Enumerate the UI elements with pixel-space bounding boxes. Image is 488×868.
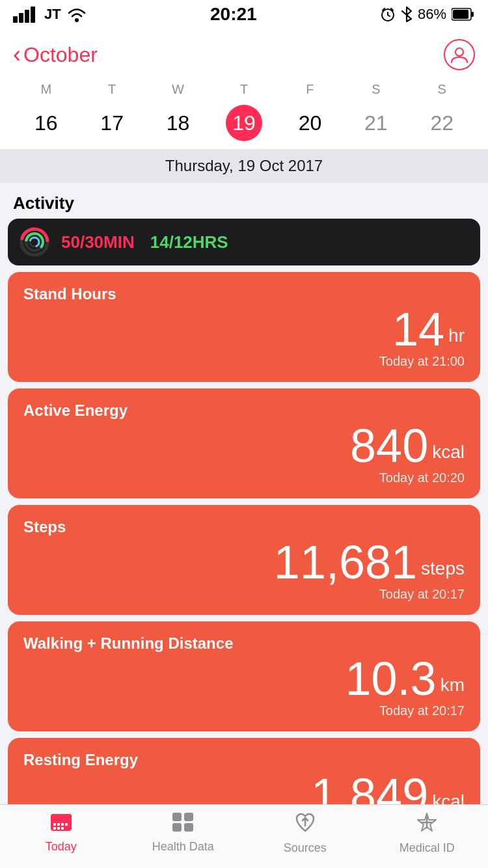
tab-health-data-label: Health Data — [152, 840, 214, 854]
svg-rect-1 — [19, 13, 23, 23]
battery-label: 86% — [418, 6, 446, 23]
day-header-tue: T — [79, 79, 144, 100]
svg-rect-23 — [53, 827, 56, 830]
walking-running-title: Walking + Running Distance — [23, 634, 465, 653]
day-header-wed: W — [145, 79, 211, 100]
activity-stand-stat: 14/12HRS — [150, 232, 228, 252]
status-left: JT — [13, 6, 87, 23]
month-nav: ‹ October — [13, 35, 475, 77]
svg-rect-26 — [172, 813, 182, 821]
day-header-mon: M — [13, 79, 79, 100]
steps-time: Today at 20:17 — [274, 587, 465, 602]
stand-hours-value: 14 — [392, 306, 444, 353]
date-label: Thursday, 19 Oct 2017 — [0, 149, 488, 183]
signal-icon — [13, 6, 39, 23]
today-icon — [49, 811, 73, 837]
walking-running-card[interactable]: Walking + Running Distance 10.3 km Today… — [8, 621, 480, 731]
today-calendar-icon — [49, 811, 73, 832]
steps-value: 11,681 — [274, 539, 417, 586]
sources-icon — [294, 811, 316, 839]
svg-rect-0 — [13, 16, 18, 23]
active-energy-value-row: 840 kcal Today at 20:20 — [23, 422, 465, 485]
calendar-header: ‹ October M T W T F S S 16 17 18 19 20 2… — [0, 29, 488, 149]
day-header-sat: S — [343, 79, 409, 100]
steps-value-row: 11,681 steps Today at 20:17 — [23, 539, 465, 602]
svg-rect-28 — [172, 823, 182, 832]
svg-rect-29 — [184, 823, 193, 832]
active-energy-time: Today at 20:20 — [350, 470, 465, 485]
day-16[interactable]: 16 — [13, 105, 79, 141]
day-header-fri: F — [277, 79, 343, 100]
active-energy-card[interactable]: Active Energy 840 kcal Today at 20:20 — [8, 388, 480, 498]
tab-bar: Today Health Data Sources — [0, 804, 488, 868]
svg-rect-27 — [184, 813, 193, 821]
svg-rect-18 — [51, 818, 72, 822]
sources-heart-arrow-icon — [294, 811, 316, 834]
profile-icon — [450, 46, 468, 64]
day-numbers: 16 17 18 19 20 21 22 — [13, 102, 475, 149]
svg-rect-8 — [453, 10, 468, 19]
svg-rect-22 — [65, 823, 68, 826]
day-19-selected[interactable]: 19 — [211, 105, 277, 141]
medical-id-star-icon — [416, 811, 438, 834]
svg-rect-20 — [57, 823, 60, 826]
day-17[interactable]: 17 — [79, 105, 144, 141]
activity-section-label: Activity — [0, 183, 488, 219]
svg-rect-3 — [31, 7, 35, 23]
month-back-label: October — [23, 43, 98, 67]
day-18[interactable]: 18 — [145, 105, 211, 141]
profile-button[interactable] — [444, 39, 475, 70]
steps-unit: steps — [421, 558, 465, 579]
stand-hours-value-row: 14 hr Today at 21:00 — [23, 306, 465, 369]
status-bar: JT 20:21 86% — [0, 0, 488, 29]
active-energy-value: 840 — [350, 422, 428, 469]
svg-rect-2 — [25, 10, 29, 23]
wifi-icon — [66, 6, 87, 23]
battery-icon — [452, 7, 475, 21]
svg-point-4 — [75, 18, 79, 22]
walking-running-value-row: 10.3 km Today at 20:17 — [23, 655, 465, 718]
alarm-icon — [380, 7, 396, 22]
carrier-label: JT — [44, 6, 61, 23]
activity-stats: 50/30MIN 14/12HRS — [61, 232, 228, 252]
back-button[interactable]: ‹ October — [13, 41, 98, 68]
bluetooth-icon — [401, 6, 413, 23]
day-header-sun: S — [409, 79, 475, 100]
active-energy-unit: kcal — [432, 442, 465, 463]
tab-today-label: Today — [46, 840, 77, 854]
resting-energy-title: Resting Energy — [23, 751, 465, 769]
tab-sources-label: Sources — [284, 841, 327, 855]
tab-sources[interactable]: Sources — [244, 811, 366, 855]
walking-running-unit: km — [441, 675, 465, 696]
status-time: 20:21 — [210, 4, 257, 25]
chevron-left-icon: ‹ — [13, 41, 21, 68]
medical-id-icon — [416, 811, 438, 839]
tab-medical-id-label: Medical ID — [400, 841, 455, 855]
health-data-icon — [171, 811, 195, 837]
activity-ring-icon — [18, 226, 51, 258]
day-22[interactable]: 22 — [409, 105, 475, 141]
tab-medical-id[interactable]: Medical ID — [366, 811, 489, 855]
svg-rect-7 — [471, 12, 474, 17]
stand-hours-unit: hr — [448, 325, 465, 346]
walking-running-value: 10.3 — [346, 655, 437, 702]
tab-today[interactable]: Today — [0, 811, 122, 854]
health-data-grid-icon — [171, 811, 195, 832]
tab-health-data[interactable]: Health Data — [122, 811, 245, 854]
svg-point-9 — [455, 48, 463, 56]
day-headers: M T W T F S S — [13, 77, 475, 102]
day-21[interactable]: 21 — [343, 105, 409, 141]
status-right: 86% — [380, 6, 475, 23]
steps-card[interactable]: Steps 11,681 steps Today at 20:17 — [8, 505, 480, 615]
walking-running-time: Today at 20:17 — [346, 703, 465, 718]
svg-rect-19 — [53, 823, 56, 826]
day-header-thu: T — [211, 79, 277, 100]
active-energy-title: Active Energy — [23, 401, 465, 420]
stand-hours-title: Stand Hours — [23, 285, 465, 303]
stand-hours-card[interactable]: Stand Hours 14 hr Today at 21:00 — [8, 272, 480, 382]
day-20[interactable]: 20 — [277, 105, 343, 141]
cards-container: Stand Hours 14 hr Today at 21:00 Active … — [0, 265, 488, 854]
svg-rect-21 — [61, 823, 64, 826]
activity-move-stat: 50/30MIN — [61, 232, 135, 252]
stand-hours-time: Today at 21:00 — [379, 354, 465, 369]
